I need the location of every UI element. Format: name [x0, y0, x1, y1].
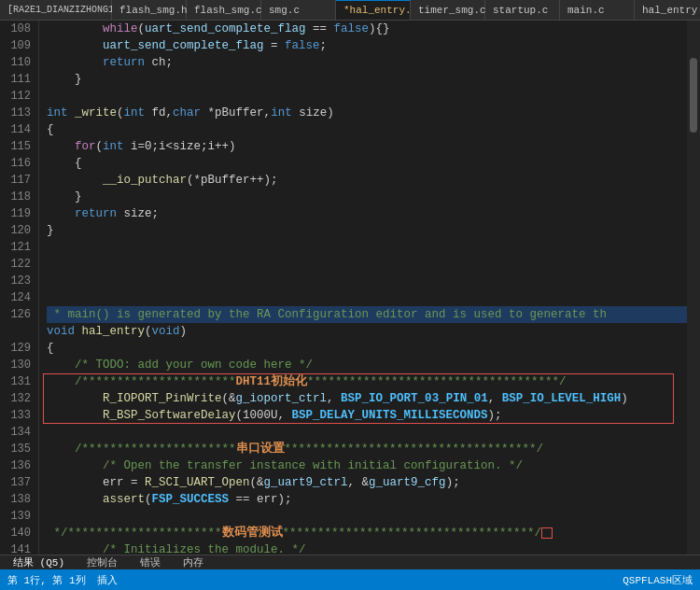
- tab-fsp-config[interactable]: [RA2E1_DIANZIZHONG1] FSP. Confi...: [0, 0, 112, 20]
- code-line-140: [47, 508, 687, 525]
- status-bar: 第 1行, 第 1列 插入 QSPFLASH区域: [0, 569, 700, 590]
- code-content[interactable]: while(uart_send_complete_flag == false){…: [39, 21, 687, 555]
- tab-flash-smg-h[interactable]: flash_smg.h: [112, 0, 187, 20]
- code-line-117: __io_putchar(*pBuffer++);: [47, 172, 687, 189]
- tab-startup-c[interactable]: startup.c: [485, 0, 560, 20]
- status-insert: 插入: [97, 573, 118, 587]
- code-line-110: return ch;: [47, 54, 687, 71]
- code-line-116: {: [47, 155, 687, 172]
- tab-results[interactable]: 结果 (Q5): [7, 555, 70, 570]
- tab-flash-smg-c[interactable]: flash_smg.c: [187, 0, 261, 20]
- code-line-109: uart_send_complete_flag = false;: [47, 37, 687, 54]
- code-line-112: [47, 88, 687, 105]
- status-right: QSPFLASH区域: [623, 573, 693, 587]
- code-line-129: void hal_entry(void): [47, 323, 687, 340]
- status-region: QSPFLASH区域: [623, 573, 693, 587]
- code-line-111: }: [47, 71, 687, 88]
- code-line-122: [47, 256, 687, 273]
- code-line-137: /* Open the transfer instance with initi…: [47, 457, 687, 474]
- scrollbar-thumb[interactable]: [690, 58, 697, 133]
- line-numbers: 108 109 110 111 112 113 114 115 116 117 …: [0, 21, 39, 555]
- code-line-139: assert(FSP_SUCCESS == err);: [47, 491, 687, 508]
- code-line-108: while(uart_send_complete_flag == false){…: [47, 21, 687, 37]
- tab-errors[interactable]: 错误: [134, 555, 166, 569]
- code-line-131: /* TODO: add your own code here */: [47, 357, 687, 373]
- code-line-119: return size;: [47, 205, 687, 222]
- tab-smg-c[interactable]: smg.c: [261, 0, 336, 20]
- red-box-region: /**********************DHT11初始化*********…: [47, 373, 687, 424]
- code-line-144: /* Initializes the module. */: [47, 541, 687, 555]
- tab-timer-smg-c[interactable]: timer_smg.c: [411, 0, 485, 20]
- code-line-120: }: [47, 222, 687, 239]
- tab-hal-entry-c2[interactable]: hal_entry.c: [635, 0, 700, 20]
- tab-hal-entry-c[interactable]: *hal_entry.c: [336, 0, 411, 20]
- code-line-118: }: [47, 189, 687, 205]
- code-line-130: {: [47, 340, 687, 357]
- code-line-114: {: [47, 121, 687, 138]
- status-left: 第 1行, 第 1列 插入: [7, 573, 118, 587]
- code-line-136: /**********************串口设置*************…: [47, 441, 687, 457]
- bottom-panel: 结果 (Q5) 控制台 错误 内存: [0, 555, 700, 569]
- code-line-115: for(int i=0;i<size;i++): [47, 138, 687, 155]
- code-line-132: /**********************DHT11初始化*********…: [47, 373, 687, 390]
- code-line-134: R_BSP_SoftwareDelay(1000U, BSP_DELAY_UNI…: [47, 407, 687, 424]
- code-line-133: R_IOPORT_PinWrite(&g_ioport_ctrl, BSP_IO…: [47, 390, 687, 407]
- tab-memory[interactable]: 内存: [177, 555, 209, 569]
- code-line-141: */**********************数码管测试***********…: [47, 525, 687, 541]
- status-position: 第 1行, 第 1列: [7, 573, 86, 587]
- scrollbar[interactable]: [687, 21, 700, 555]
- code-line-113: int _write(int fd,char *pBuffer,int size…: [47, 105, 687, 121]
- tab-console[interactable]: 控制台: [81, 555, 123, 569]
- code-line-138: err = R_SCI_UART_Open(&g_uart9_ctrl, &g_…: [47, 474, 687, 491]
- tab-main-c[interactable]: main.c: [560, 0, 635, 20]
- code-line-135: [47, 424, 687, 441]
- code-line-123: [47, 273, 687, 289]
- code-line-121: [47, 239, 687, 256]
- editor-area: 108 109 110 111 112 113 114 115 116 117 …: [0, 21, 700, 555]
- code-line-124: [47, 289, 687, 306]
- code-line-126: * main() is generated by the RA Configur…: [47, 306, 687, 323]
- tab-bar: [RA2E1_DIANZIZHONG1] FSP. Confi... flash…: [0, 0, 700, 21]
